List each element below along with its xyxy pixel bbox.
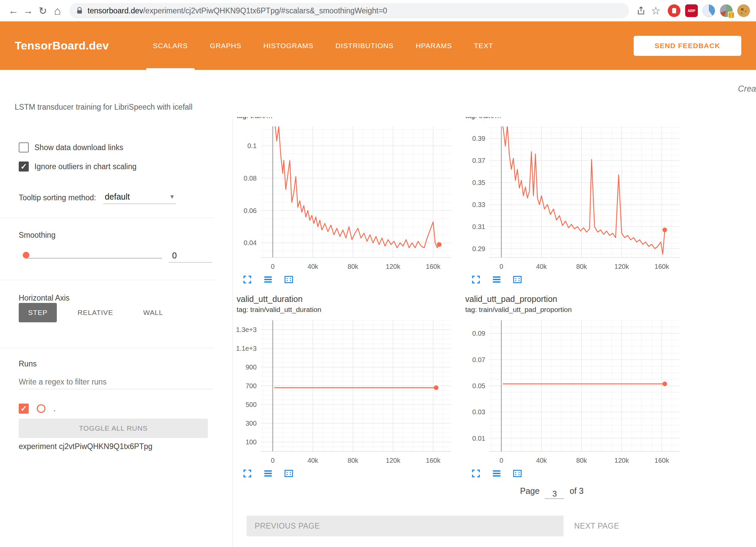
svg-text:1.1e+3: 1.1e+3 (236, 345, 257, 352)
runs-menu-icon[interactable] (491, 468, 502, 479)
svg-text:80k: 80k (576, 457, 587, 464)
svg-text:0.04: 0.04 (244, 239, 257, 246)
runs-menu-icon[interactable] (263, 274, 273, 285)
scalar-chart[interactable]: 0.010.030.050.070.09040k80k120k160k (463, 316, 684, 466)
run-color-icon[interactable] (37, 404, 45, 413)
page-of-label: of 3 (570, 486, 584, 496)
created-text-clipped: Crea (738, 84, 756, 94)
tab-graphs[interactable]: GRAPHS (209, 21, 243, 70)
smoothing-slider-track[interactable] (25, 258, 162, 259)
runs-menu-icon[interactable] (263, 468, 273, 479)
settings-sidebar: Show data download links ✓ Ignore outlie… (0, 117, 233, 547)
url-bar[interactable]: tensorboard.dev/experiment/cj2vtPiwQHKN9… (70, 3, 629, 18)
experiment-name: experiment cj2vtPiwQHKN9Q1tx6PTpg (19, 442, 152, 451)
svg-text:700: 700 (246, 382, 257, 390)
page-number-input[interactable] (545, 489, 564, 499)
ignore-outliers-checkbox[interactable]: ✓ (19, 161, 29, 172)
share-icon[interactable] (634, 3, 648, 18)
svg-text:0.37: 0.37 (472, 157, 485, 164)
page-label: Page (520, 486, 539, 496)
tab-histograms[interactable]: HISTOGRAMS (262, 21, 315, 70)
browser-toolbar: ← → ↻ ⌂ tensorboard.dev/experiment/cj2vt… (0, 0, 756, 21)
fit-domain-icon[interactable] (512, 468, 523, 479)
svg-text:160k: 160k (654, 457, 669, 464)
svg-text:0.03: 0.03 (472, 408, 485, 416)
svg-text:160k: 160k (426, 457, 440, 464)
svg-text:0.09: 0.09 (472, 330, 485, 337)
tab-scalars[interactable]: SCALARS (152, 21, 189, 70)
fit-domain-icon[interactable] (283, 274, 294, 285)
svg-text:80k: 80k (576, 263, 587, 270)
forward-button[interactable]: → (21, 3, 35, 18)
adblock-extension-icon[interactable] (668, 4, 680, 17)
svg-text:0: 0 (499, 263, 503, 270)
scalar-chart[interactable]: 1003005007009001.1e+31.3e+3040k80k120k16… (235, 316, 455, 466)
fit-domain-icon[interactable] (283, 468, 294, 479)
svg-text:160k: 160k (654, 263, 669, 270)
fullscreen-icon[interactable] (242, 274, 253, 285)
back-button[interactable]: ← (6, 3, 21, 18)
lock-icon (76, 7, 84, 15)
tooltip-sort-select[interactable]: default ▼ (103, 191, 176, 204)
next-page-button[interactable]: NEXT PAGE (568, 516, 625, 536)
axis-step-button[interactable]: STEP (19, 303, 57, 322)
charts-panel: tag: train/… 0.040.060.080.1040k80k120k1… (233, 117, 756, 547)
chart-card: valid_utt_duration tag: train/valid_utt_… (235, 294, 462, 479)
axis-wall-button[interactable]: WALL (134, 303, 172, 322)
show-download-checkbox[interactable] (19, 142, 29, 152)
pie-extension-icon[interactable] (703, 4, 715, 17)
send-feedback-button[interactable]: SEND FEEDBACK (634, 36, 741, 56)
svg-text:0.07: 0.07 (472, 356, 485, 363)
fullscreen-icon[interactable] (471, 274, 481, 285)
runs-label: Runs (19, 359, 37, 368)
cookie-extension-icon[interactable] (737, 4, 750, 17)
toggle-all-runs-button[interactable]: TOGGLE ALL RUNS (19, 419, 208, 438)
fullscreen-icon[interactable] (471, 468, 481, 479)
profile-avatar-icon[interactable]: 1 (720, 4, 733, 17)
svg-text:0.31: 0.31 (472, 223, 485, 230)
previous-page-button[interactable]: PREVIOUS PAGE (247, 516, 563, 536)
svg-text:80k: 80k (348, 263, 359, 270)
smoothing-slider-knob[interactable] (23, 252, 29, 258)
bookmark-star-icon[interactable]: ☆ (648, 3, 663, 18)
top-nav: SCALARS GRAPHS HISTOGRAMS DISTRIBUTIONS … (152, 21, 495, 70)
divider (0, 218, 214, 218)
tooltip-sort-value: default (105, 192, 130, 202)
run-name: . (53, 404, 55, 413)
abp-extension-icon[interactable]: ABP (685, 4, 698, 17)
tab-distributions[interactable]: DISTRIBUTIONS (334, 21, 395, 70)
svg-text:40k: 40k (307, 457, 319, 464)
show-download-label: Show data download links (34, 143, 123, 152)
chart-tag: tag: train/… (235, 117, 462, 122)
run-checkbox[interactable]: ✓ (19, 404, 29, 414)
runs-filter-input[interactable] (19, 375, 213, 389)
tab-hparams[interactable]: HPARAMS (414, 21, 454, 70)
svg-text:0.01: 0.01 (472, 435, 485, 442)
chart-toolbar (242, 274, 462, 285)
app-logo: TensorBoard.dev (15, 39, 109, 52)
scalar-chart[interactable]: 0.040.060.080.1040k80k120k160k (235, 122, 455, 272)
horizontal-axis-buttons: STEP RELATIVE WALL (19, 303, 172, 322)
extension-badge: 1 (728, 12, 735, 18)
smoothing-value-input[interactable] (169, 249, 212, 262)
scalar-chart[interactable]: 0.290.310.330.350.370.39040k80k120k160k (463, 122, 684, 272)
axis-relative-button[interactable]: RELATIVE (68, 303, 122, 322)
chart-title: valid_utt_pad_proportion (463, 294, 690, 306)
app-header: TensorBoard.dev SCALARS GRAPHS HISTOGRAM… (0, 21, 756, 70)
svg-text:900: 900 (246, 363, 257, 371)
home-button[interactable]: ⌂ (50, 3, 65, 18)
pagination: Page of 3 (520, 486, 584, 496)
tab-text[interactable]: TEXT (473, 21, 494, 70)
experiment-subheader: Crea LSTM transducer training for LibriS… (0, 70, 756, 117)
fullscreen-icon[interactable] (242, 468, 253, 479)
svg-text:120k: 120k (614, 263, 629, 270)
fit-domain-icon[interactable] (512, 274, 523, 285)
svg-text:300: 300 (246, 420, 257, 427)
runs-menu-icon[interactable] (491, 274, 502, 285)
svg-text:0: 0 (271, 457, 274, 464)
svg-text:80k: 80k (348, 457, 359, 464)
reload-button[interactable]: ↻ (35, 3, 50, 18)
svg-text:1.3e+3: 1.3e+3 (236, 326, 257, 333)
svg-text:160k: 160k (426, 263, 440, 270)
ignore-outliers-label: Ignore outliers in chart scaling (34, 162, 137, 171)
